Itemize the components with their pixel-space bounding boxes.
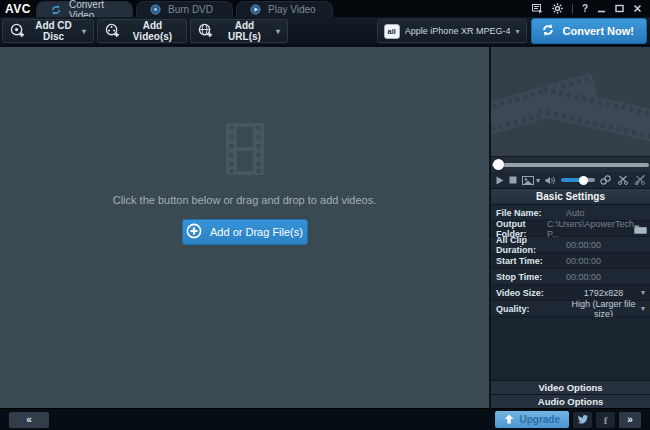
app-logo: AVC xyxy=(0,0,36,17)
merge-link-icon[interactable] xyxy=(600,175,611,185)
basic-settings-header: Basic Settings xyxy=(491,189,650,205)
setting-label: All Clip Duration: xyxy=(496,235,566,255)
seek-handle[interactable] xyxy=(493,159,504,170)
tab-bar: AVC Convert Video Burn DVD Pla xyxy=(0,0,650,17)
add-cd-disc-button[interactable]: Add CD Disc ▾ xyxy=(2,19,94,43)
tab-play-video[interactable]: Play Video xyxy=(236,1,333,17)
tab-label: Play Video xyxy=(268,4,316,15)
video-list-dropzone[interactable]: Click the button below or drag and drop … xyxy=(0,47,490,408)
button-label: Convert Now! xyxy=(563,25,635,37)
preview-player xyxy=(491,47,650,157)
button-label: Add CD Disc xyxy=(31,20,76,42)
setting-row-stop-time: Stop Time: 00:00:00 xyxy=(491,269,650,285)
facebook-f-icon: f xyxy=(604,414,608,426)
expand-panel-button[interactable]: » xyxy=(619,412,641,428)
twitter-bird-icon xyxy=(577,415,589,425)
snapshot-button[interactable] xyxy=(522,176,534,185)
volume-icon[interactable] xyxy=(545,176,556,185)
toolbar-right-group: all Apple iPhone XR MPEG-4 Movie (*.m...… xyxy=(377,18,649,44)
video-options-bar[interactable]: Video Options xyxy=(491,380,650,394)
setting-value[interactable]: 00:00:00 xyxy=(566,240,601,250)
scissors-clip-icon[interactable] xyxy=(618,175,628,185)
volume-slider[interactable] xyxy=(561,178,595,182)
volume-handle[interactable] xyxy=(579,176,588,185)
settings-gear-icon[interactable] xyxy=(552,3,563,14)
chevron-down-icon[interactable]: ▾ xyxy=(641,304,645,313)
film-watermark xyxy=(491,47,650,157)
app-window: AVC Convert Video Burn DVD Pla xyxy=(0,0,650,430)
button-label: Add Video(s) xyxy=(126,20,179,42)
setting-label: File Name: xyxy=(496,208,566,218)
settings-spacer xyxy=(491,317,650,380)
setting-label: Start Time: xyxy=(496,256,566,266)
collapse-panel-button[interactable]: « xyxy=(9,412,49,428)
bottom-bar: « Upgrade f » xyxy=(0,408,650,430)
volume-fill xyxy=(561,178,581,182)
minimize-button[interactable] xyxy=(597,4,606,13)
snapshot-chevron-icon[interactable]: ▾ xyxy=(536,176,540,185)
button-label: Add URL(s) xyxy=(219,20,270,42)
profile-all-icon: all xyxy=(384,24,400,39)
close-button[interactable] xyxy=(633,4,642,13)
tab-convert-video[interactable]: Convert Video xyxy=(36,1,133,17)
convert-refresh-icon xyxy=(541,23,555,39)
button-label: Upgrade xyxy=(519,414,560,425)
setting-row-quality[interactable]: Quality: High (Larger file size) ▾ xyxy=(491,301,650,317)
add-urls-button[interactable]: Add URL(s) ▾ xyxy=(190,19,288,43)
film-strip-icon xyxy=(222,123,268,175)
seek-track[interactable] xyxy=(492,163,649,167)
facebook-button[interactable]: f xyxy=(596,412,615,428)
plus-circle-icon xyxy=(186,223,202,241)
audio-options-bar[interactable]: Audio Options xyxy=(491,394,650,408)
upgrade-button[interactable]: Upgrade xyxy=(495,411,569,428)
globe-plus-icon xyxy=(198,23,213,40)
right-panel: ▾ Basic Sett xyxy=(491,47,650,408)
scissors-disabled-icon[interactable] xyxy=(635,175,645,185)
setting-label: Quality: xyxy=(496,304,566,314)
player-controls: ▾ xyxy=(491,172,650,189)
button-label: Add or Drag File(s) xyxy=(210,226,303,238)
setting-value[interactable]: 1792x828 xyxy=(566,288,641,298)
film-reel-plus-icon xyxy=(105,23,120,40)
seek-bar[interactable] xyxy=(491,157,650,172)
profile-value: Apple iPhone XR MPEG-4 Movie (*.m... xyxy=(405,26,511,36)
up-arrow-icon xyxy=(504,414,514,426)
setting-row-start-time: Start Time: 00:00:00 xyxy=(491,253,650,269)
help-button[interactable]: ? xyxy=(582,4,588,14)
tab-burn-dvd[interactable]: Burn DVD xyxy=(136,1,233,17)
convert-refresh-icon xyxy=(50,4,62,16)
setting-value[interactable]: 00:00:00 xyxy=(566,256,601,266)
output-profile-select[interactable]: all Apple iPhone XR MPEG-4 Movie (*.m...… xyxy=(377,19,527,43)
feedback-icon[interactable] xyxy=(532,4,543,14)
bottom-right-group: Upgrade f » xyxy=(495,411,641,428)
chevron-down-icon: ▾ xyxy=(276,27,280,36)
setting-value[interactable]: High (Larger file size) xyxy=(566,299,641,319)
twitter-button[interactable] xyxy=(573,412,592,428)
edit-controls xyxy=(600,175,645,185)
tab-label: Burn DVD xyxy=(168,4,213,15)
dropzone-hint: Click the button below or drag and drop … xyxy=(113,194,377,206)
add-files-button[interactable]: Add or Drag File(s) xyxy=(182,219,308,245)
chevron-down-icon[interactable]: ▾ xyxy=(641,288,645,297)
chevron-down-icon: ▾ xyxy=(515,27,519,36)
chevron-down-icon: ▾ xyxy=(82,27,86,36)
play-button[interactable] xyxy=(496,176,504,185)
window-controls: ? xyxy=(532,3,650,17)
setting-value[interactable]: 00:00:00 xyxy=(566,272,601,282)
stop-button[interactable] xyxy=(509,176,517,184)
toolbar: Add CD Disc ▾ Add Video(s) Add URL(s) ▾ … xyxy=(0,17,650,46)
setting-label: Stop Time: xyxy=(496,272,566,282)
folder-browse-icon[interactable] xyxy=(634,224,647,234)
divider xyxy=(572,4,573,14)
setting-row-all-clip-duration: All Clip Duration: 00:00:00 xyxy=(491,237,650,253)
cd-disc-plus-icon xyxy=(10,23,25,40)
disc-icon xyxy=(150,4,161,15)
convert-now-button[interactable]: Convert Now! xyxy=(531,18,648,44)
setting-value[interactable]: Auto xyxy=(566,208,585,218)
setting-label: Video Size: xyxy=(496,288,566,298)
maximize-button[interactable] xyxy=(615,4,624,13)
add-videos-button[interactable]: Add Video(s) xyxy=(97,19,187,43)
play-circle-icon xyxy=(250,4,261,15)
